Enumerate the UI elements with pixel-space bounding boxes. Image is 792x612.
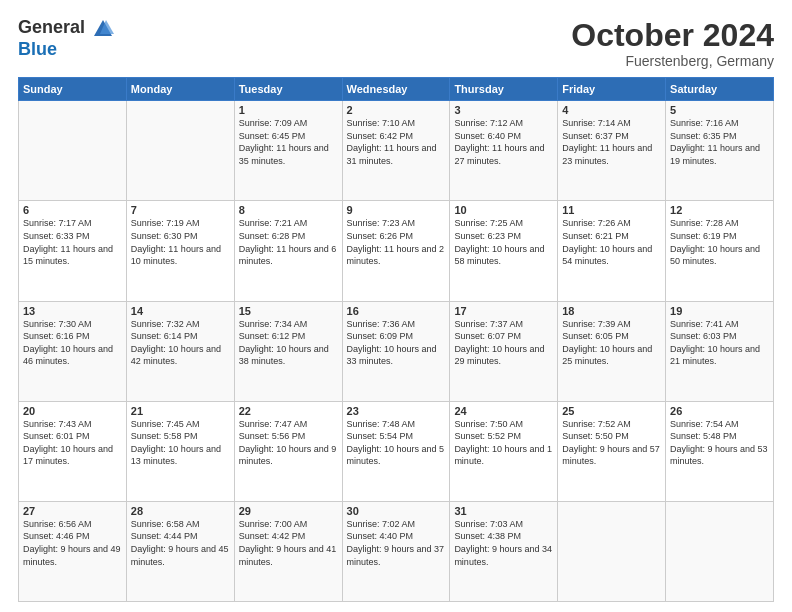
day-sunrise: Sunrise: 7:36 AM xyxy=(347,319,416,329)
header: General Blue October 2024 Fuerstenberg, … xyxy=(18,18,774,69)
day-sunset: Sunset: 6:45 PM xyxy=(239,131,306,141)
day-sunset: Sunset: 6:07 PM xyxy=(454,331,521,341)
logo: General Blue xyxy=(18,18,114,58)
calendar-cell: 11 Sunrise: 7:26 AM Sunset: 6:21 PM Dayl… xyxy=(558,201,666,301)
day-sunrise: Sunrise: 7:30 AM xyxy=(23,319,92,329)
day-sunset: Sunset: 6:26 PM xyxy=(347,231,414,241)
calendar-cell xyxy=(126,101,234,201)
day-sunrise: Sunrise: 7:14 AM xyxy=(562,118,631,128)
day-daylight: Daylight: 9 hours and 57 minutes. xyxy=(562,444,660,467)
calendar-cell: 1 Sunrise: 7:09 AM Sunset: 6:45 PM Dayli… xyxy=(234,101,342,201)
day-number: 10 xyxy=(454,204,553,216)
day-daylight: Daylight: 11 hours and 2 minutes. xyxy=(347,244,445,267)
day-daylight: Daylight: 11 hours and 31 minutes. xyxy=(347,143,437,166)
day-sunset: Sunset: 4:38 PM xyxy=(454,531,521,541)
day-daylight: Daylight: 11 hours and 27 minutes. xyxy=(454,143,544,166)
day-daylight: Daylight: 10 hours and 50 minutes. xyxy=(670,244,760,267)
logo-blue-text: Blue xyxy=(18,40,57,58)
day-daylight: Daylight: 10 hours and 46 minutes. xyxy=(23,344,113,367)
calendar-cell: 26 Sunrise: 7:54 AM Sunset: 5:48 PM Dayl… xyxy=(666,401,774,501)
day-sunset: Sunset: 5:52 PM xyxy=(454,431,521,441)
calendar-cell: 18 Sunrise: 7:39 AM Sunset: 6:05 PM Dayl… xyxy=(558,301,666,401)
calendar-cell: 12 Sunrise: 7:28 AM Sunset: 6:19 PM Dayl… xyxy=(666,201,774,301)
calendar-cell: 22 Sunrise: 7:47 AM Sunset: 5:56 PM Dayl… xyxy=(234,401,342,501)
day-number: 22 xyxy=(239,405,338,417)
day-sunrise: Sunrise: 7:25 AM xyxy=(454,218,523,228)
calendar-cell: 10 Sunrise: 7:25 AM Sunset: 6:23 PM Dayl… xyxy=(450,201,558,301)
day-sunrise: Sunrise: 7:02 AM xyxy=(347,519,416,529)
day-daylight: Daylight: 10 hours and 54 minutes. xyxy=(562,244,652,267)
day-sunset: Sunset: 6:16 PM xyxy=(23,331,90,341)
calendar-cell: 13 Sunrise: 7:30 AM Sunset: 6:16 PM Dayl… xyxy=(19,301,127,401)
day-number: 31 xyxy=(454,505,553,517)
day-number: 8 xyxy=(239,204,338,216)
day-number: 17 xyxy=(454,305,553,317)
day-sunset: Sunset: 6:28 PM xyxy=(239,231,306,241)
calendar-cell: 7 Sunrise: 7:19 AM Sunset: 6:30 PM Dayli… xyxy=(126,201,234,301)
day-sunrise: Sunrise: 7:26 AM xyxy=(562,218,631,228)
day-number: 28 xyxy=(131,505,230,517)
calendar-cell: 20 Sunrise: 7:43 AM Sunset: 6:01 PM Dayl… xyxy=(19,401,127,501)
day-sunrise: Sunrise: 7:17 AM xyxy=(23,218,92,228)
day-daylight: Daylight: 11 hours and 6 minutes. xyxy=(239,244,337,267)
day-daylight: Daylight: 10 hours and 9 minutes. xyxy=(239,444,337,467)
calendar-cell: 21 Sunrise: 7:45 AM Sunset: 5:58 PM Dayl… xyxy=(126,401,234,501)
day-number: 7 xyxy=(131,204,230,216)
day-daylight: Daylight: 11 hours and 10 minutes. xyxy=(131,244,221,267)
day-sunset: Sunset: 6:42 PM xyxy=(347,131,414,141)
day-number: 4 xyxy=(562,104,661,116)
calendar-cell: 28 Sunrise: 6:58 AM Sunset: 4:44 PM Dayl… xyxy=(126,501,234,601)
day-number: 29 xyxy=(239,505,338,517)
calendar-cell: 29 Sunrise: 7:00 AM Sunset: 4:42 PM Dayl… xyxy=(234,501,342,601)
day-daylight: Daylight: 9 hours and 37 minutes. xyxy=(347,544,445,567)
day-daylight: Daylight: 10 hours and 5 minutes. xyxy=(347,444,445,467)
calendar-week-row: 1 Sunrise: 7:09 AM Sunset: 6:45 PM Dayli… xyxy=(19,101,774,201)
day-number: 24 xyxy=(454,405,553,417)
logo-icon xyxy=(92,18,114,40)
day-sunrise: Sunrise: 7:03 AM xyxy=(454,519,523,529)
header-wednesday: Wednesday xyxy=(342,78,450,101)
title-block: October 2024 Fuerstenberg, Germany xyxy=(571,18,774,69)
day-sunset: Sunset: 6:30 PM xyxy=(131,231,198,241)
calendar-cell: 6 Sunrise: 7:17 AM Sunset: 6:33 PM Dayli… xyxy=(19,201,127,301)
calendar-cell: 27 Sunrise: 6:56 AM Sunset: 4:46 PM Dayl… xyxy=(19,501,127,601)
calendar-cell xyxy=(558,501,666,601)
day-daylight: Daylight: 10 hours and 1 minute. xyxy=(454,444,552,467)
day-daylight: Daylight: 10 hours and 29 minutes. xyxy=(454,344,544,367)
day-sunrise: Sunrise: 7:48 AM xyxy=(347,419,416,429)
day-number: 11 xyxy=(562,204,661,216)
day-daylight: Daylight: 10 hours and 38 minutes. xyxy=(239,344,329,367)
day-sunset: Sunset: 6:21 PM xyxy=(562,231,629,241)
day-daylight: Daylight: 11 hours and 15 minutes. xyxy=(23,244,113,267)
calendar-cell: 15 Sunrise: 7:34 AM Sunset: 6:12 PM Dayl… xyxy=(234,301,342,401)
day-number: 19 xyxy=(670,305,769,317)
calendar-cell: 5 Sunrise: 7:16 AM Sunset: 6:35 PM Dayli… xyxy=(666,101,774,201)
day-sunset: Sunset: 6:23 PM xyxy=(454,231,521,241)
day-number: 9 xyxy=(347,204,446,216)
calendar-cell: 3 Sunrise: 7:12 AM Sunset: 6:40 PM Dayli… xyxy=(450,101,558,201)
day-sunset: Sunset: 4:46 PM xyxy=(23,531,90,541)
day-number: 5 xyxy=(670,104,769,116)
day-daylight: Daylight: 10 hours and 33 minutes. xyxy=(347,344,437,367)
day-sunrise: Sunrise: 7:28 AM xyxy=(670,218,739,228)
day-sunset: Sunset: 5:54 PM xyxy=(347,431,414,441)
day-daylight: Daylight: 9 hours and 53 minutes. xyxy=(670,444,768,467)
calendar-title: October 2024 xyxy=(571,18,774,53)
day-number: 6 xyxy=(23,204,122,216)
header-monday: Monday xyxy=(126,78,234,101)
page: General Blue October 2024 Fuerstenberg, … xyxy=(0,0,792,612)
calendar-week-row: 13 Sunrise: 7:30 AM Sunset: 6:16 PM Dayl… xyxy=(19,301,774,401)
calendar-cell: 9 Sunrise: 7:23 AM Sunset: 6:26 PM Dayli… xyxy=(342,201,450,301)
day-sunset: Sunset: 6:03 PM xyxy=(670,331,737,341)
day-sunrise: Sunrise: 7:00 AM xyxy=(239,519,308,529)
day-sunrise: Sunrise: 7:10 AM xyxy=(347,118,416,128)
day-daylight: Daylight: 11 hours and 23 minutes. xyxy=(562,143,652,166)
day-daylight: Daylight: 9 hours and 41 minutes. xyxy=(239,544,337,567)
header-thursday: Thursday xyxy=(450,78,558,101)
weekday-header-row: Sunday Monday Tuesday Wednesday Thursday… xyxy=(19,78,774,101)
day-sunrise: Sunrise: 7:47 AM xyxy=(239,419,308,429)
day-number: 3 xyxy=(454,104,553,116)
day-sunset: Sunset: 6:40 PM xyxy=(454,131,521,141)
day-number: 1 xyxy=(239,104,338,116)
calendar-cell: 16 Sunrise: 7:36 AM Sunset: 6:09 PM Dayl… xyxy=(342,301,450,401)
